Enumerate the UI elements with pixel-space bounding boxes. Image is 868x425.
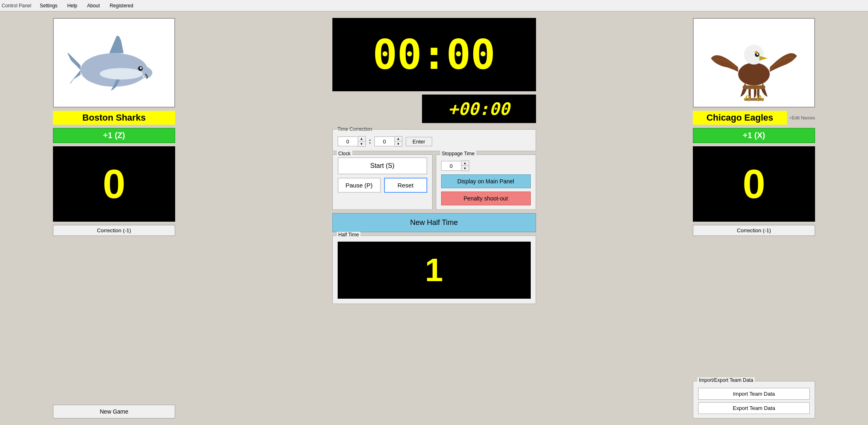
stoppage-input[interactable]	[441, 161, 461, 171]
stoppage-down[interactable]: ▼	[461, 166, 469, 171]
time-correction-input1[interactable]	[338, 137, 358, 146]
half-time-display: 1	[338, 242, 531, 299]
time-correction-inner: ▲ ▼ : ▲ ▼ Enter	[338, 136, 531, 147]
left-score-add-button[interactable]: +1 (Z)	[53, 128, 175, 143]
stoppage-spinner-arrows: ▲ ▼	[461, 161, 469, 171]
import-export-inner: Import Team Data Export Team Data	[698, 388, 810, 414]
menu-bar: Control Panel Settings Help About Regist…	[0, 0, 868, 11]
middle-row: Clock Start (S) Pause (P) Reset Stoppage…	[332, 154, 536, 210]
stoppage-time-legend: Stoppage Time	[440, 151, 477, 156]
clock-value: 00:00	[373, 31, 495, 79]
right-correction-button[interactable]: Correction (-1)	[693, 225, 815, 236]
new-game-button[interactable]: New Game	[53, 405, 175, 418]
new-half-time-button[interactable]: New Half Time	[332, 213, 536, 232]
spinner1-down[interactable]: ▼	[358, 141, 365, 146]
menu-about[interactable]: About	[83, 2, 104, 10]
spinner2-down[interactable]: ▼	[395, 141, 402, 146]
spinner2-arrows: ▲ ▼	[395, 136, 402, 147]
shark-mascot-icon	[65, 22, 163, 103]
right-score-value: 0	[743, 161, 765, 207]
clock-controls-group: Clock Start (S) Pause (P) Reset	[332, 154, 433, 210]
right-team-name-row: Chicago Eagles <Edit Names	[693, 111, 815, 125]
edit-names-link[interactable]: <Edit Names	[789, 115, 815, 120]
right-team-panel: Chicago Eagles <Edit Names +1 (X) 0 Corr…	[648, 18, 860, 418]
menu-help[interactable]: Help	[63, 2, 82, 10]
spinner2-up[interactable]: ▲	[395, 137, 402, 141]
svg-point-7	[757, 53, 758, 55]
half-time-legend: Half Time	[337, 232, 361, 238]
half-time-value: 1	[425, 251, 443, 289]
overtime-value: +00:00	[448, 99, 510, 119]
left-score-value: 0	[103, 161, 125, 207]
clock-start-button[interactable]: Start (S)	[338, 157, 427, 174]
svg-point-8	[755, 51, 758, 54]
menu-registered[interactable]: Registered	[105, 2, 138, 10]
time-correction-spinner1: ▲ ▼	[338, 136, 366, 147]
app-title: Control Panel	[2, 3, 31, 9]
time-correction-enter-button[interactable]: Enter	[406, 137, 432, 146]
right-team-name: Chicago Eagles	[693, 111, 787, 125]
clock-pause-button[interactable]: Pause (P)	[338, 178, 381, 193]
svg-point-4	[738, 63, 770, 86]
half-time-group: Half Time 1	[332, 236, 536, 304]
eagle-mascot-icon	[705, 22, 803, 103]
time-correction-spinner2: ▲ ▼	[374, 136, 402, 147]
svg-rect-9	[743, 86, 765, 89]
svg-point-2	[140, 67, 142, 69]
display-main-panel-button[interactable]: Display on Main Panel	[441, 174, 531, 188]
spinner1-arrows: ▲ ▼	[358, 136, 366, 147]
menu-settings[interactable]: Settings	[35, 2, 62, 10]
spinner1-up[interactable]: ▲	[358, 137, 365, 141]
overtime-row: +00:00	[332, 95, 536, 123]
left-team-name: Boston Sharks	[53, 111, 175, 125]
left-team-panel: Boston Sharks +1 (Z) 0 Correction (-1) N…	[8, 18, 220, 418]
right-score-add-button[interactable]: +1 (X)	[693, 128, 815, 143]
main-clock-display: 00:00	[332, 18, 536, 91]
penalty-shootout-button[interactable]: Penalty shoot-out	[441, 192, 531, 205]
right-team-image-box	[693, 18, 815, 108]
import-export-group: Import/Export Team Data Import Team Data…	[693, 381, 815, 418]
overtime-display: +00:00	[422, 95, 536, 123]
stoppage-up[interactable]: ▲	[461, 161, 469, 166]
left-team-image-box	[53, 18, 175, 108]
import-export-legend: Import/Export Team Data	[697, 377, 755, 383]
clock-reset-button[interactable]: Reset	[384, 178, 427, 193]
center-panel: 00:00 +00:00 Time Correction ▲ ▼ :	[228, 18, 640, 418]
stoppage-inner: ▲ ▼ Display on Main Panel Penalty shoot-…	[441, 161, 531, 205]
time-correction-label: Time Correction	[338, 126, 372, 132]
right-score-display: 0	[693, 146, 815, 222]
left-score-display: 0	[53, 146, 175, 222]
import-team-data-button[interactable]: Import Team Data	[698, 388, 810, 400]
clock-pause-reset-row: Pause (P) Reset	[338, 178, 427, 193]
svg-point-5	[744, 45, 764, 65]
time-correction-group: Time Correction ▲ ▼ : ▲ ▼ E	[332, 126, 536, 151]
export-team-data-button[interactable]: Export Team Data	[698, 402, 810, 414]
left-correction-button[interactable]: Correction (-1)	[53, 225, 175, 236]
main-content: Boston Sharks +1 (Z) 0 Correction (-1) N…	[0, 11, 868, 425]
colon-separator: :	[369, 138, 371, 145]
time-correction-input2[interactable]	[374, 137, 395, 146]
svg-point-3	[100, 68, 143, 79]
stoppage-time-group: Stoppage Time ▲ ▼ Display on Main Panel …	[436, 154, 536, 210]
stoppage-spinner: ▲ ▼	[441, 161, 531, 171]
clock-controls-legend: Clock	[337, 151, 352, 156]
